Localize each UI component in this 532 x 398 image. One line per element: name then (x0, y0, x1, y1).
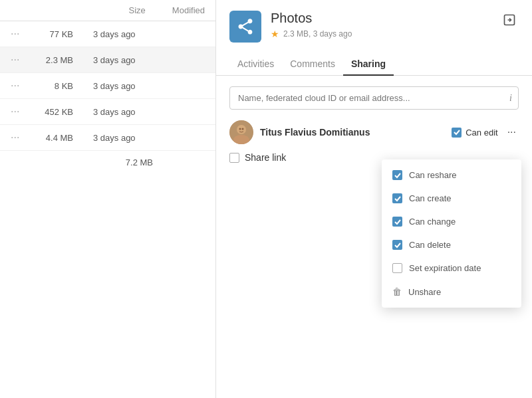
shared-user-row: Titus Flavius Domitianus Can edit ··· (229, 120, 519, 144)
can-delete-label: Can delete (409, 240, 451, 250)
share-input-wrapper: i (229, 86, 519, 110)
file-list-panel: Size Modified ··· 77 KB 3 days ago ··· 2… (0, 0, 216, 398)
can-change-label: Can change (409, 217, 456, 227)
star-icon: ★ (271, 29, 279, 39)
can-delete-item[interactable]: Can delete (382, 233, 521, 256)
tab-sharing[interactable]: Sharing (343, 53, 394, 76)
folder-header: Photos ★ 2.3 MB, 3 days ago (216, 0, 532, 48)
can-reshare-item[interactable]: Can reshare (382, 163, 521, 187)
file-row[interactable]: ··· 77 KB 3 days ago (0, 21, 215, 47)
file-row[interactable]: ··· 8 KB 3 days ago (0, 73, 215, 99)
checkmark-icon (394, 242, 401, 249)
tabs-bar: Activities Comments Sharing (216, 53, 532, 76)
file-row[interactable]: ··· 2.3 MB 3 days ago (0, 47, 215, 73)
file-size: 452 KB (27, 107, 73, 117)
share-link-checkbox[interactable] (229, 153, 239, 163)
can-create-label: Can create (409, 193, 452, 203)
user-more-button[interactable]: ··· (505, 124, 519, 141)
checkmark-icon (394, 219, 401, 225)
total-row: 7.2 MB (0, 151, 215, 174)
set-expiration-checkbox[interactable] (392, 263, 402, 273)
more-icon[interactable]: ··· (11, 54, 27, 66)
folder-info: Photos ★ 2.3 MB, 3 days ago (271, 11, 491, 39)
trash-icon: 🗑 (392, 286, 402, 297)
share-icon (236, 17, 255, 36)
folder-icon (229, 11, 261, 43)
info-icon: i (509, 93, 512, 104)
file-modified: 3 days ago (93, 107, 136, 117)
svg-point-5 (242, 128, 244, 130)
file-modified: 3 days ago (93, 81, 136, 91)
checkmark-icon (394, 172, 401, 179)
checkmark-icon (454, 129, 460, 136)
svg-point-2 (237, 125, 246, 134)
file-row[interactable]: ··· 452 KB 3 days ago (0, 99, 215, 125)
file-row[interactable]: ··· 4.4 MB 3 days ago (0, 125, 215, 151)
checkmark-icon (394, 195, 401, 202)
folder-title: Photos (271, 11, 491, 26)
unshare-label: Unshare (408, 287, 441, 297)
checkbox-checked-icon (452, 128, 462, 138)
tab-activities[interactable]: Activities (229, 53, 282, 76)
can-change-item[interactable]: Can change (382, 210, 521, 233)
size-column-header: Size (129, 5, 146, 15)
set-expiration-label: Set expiration date (409, 263, 481, 273)
file-modified: 3 days ago (93, 55, 136, 65)
more-icon[interactable]: ··· (11, 28, 27, 40)
avatar (229, 120, 253, 144)
file-size: 4.4 MB (27, 133, 73, 143)
can-edit-label: Can edit (466, 128, 497, 138)
permissions-dropdown: Can reshare Can create Can change (382, 159, 521, 308)
total-size: 7.2 MB (126, 157, 153, 167)
modified-column-header: Modified (172, 5, 205, 15)
folder-meta-text: 2.3 MB, 3 days ago (283, 29, 352, 39)
shared-user-name: Titus Flavius Domitianus (260, 127, 445, 138)
file-size: 8 KB (27, 81, 73, 91)
detail-panel: Photos ★ 2.3 MB, 3 days ago Activities C… (216, 0, 532, 398)
import-icon (503, 13, 516, 27)
more-icon[interactable]: ··· (11, 132, 27, 144)
more-icon[interactable]: ··· (11, 106, 27, 118)
tab-comments[interactable]: Comments (282, 53, 343, 76)
can-change-checkbox[interactable] (392, 217, 402, 227)
can-reshare-checkbox[interactable] (392, 170, 402, 180)
can-reshare-label: Can reshare (409, 170, 457, 180)
can-create-item[interactable]: Can create (382, 187, 521, 210)
file-list-header: Size Modified (0, 0, 215, 21)
share-search-input[interactable] (229, 86, 519, 110)
file-modified: 3 days ago (93, 133, 136, 143)
file-size: 2.3 MB (27, 55, 73, 65)
can-edit-checkbox[interactable]: Can edit (452, 128, 497, 138)
can-delete-checkbox[interactable] (392, 240, 402, 250)
folder-meta: ★ 2.3 MB, 3 days ago (271, 29, 491, 39)
can-create-checkbox[interactable] (392, 193, 402, 203)
set-expiration-item[interactable]: Set expiration date (382, 256, 521, 280)
unshare-item[interactable]: 🗑 Unshare (382, 280, 521, 304)
share-link-label: Share link (245, 152, 286, 163)
file-modified: 3 days ago (93, 29, 136, 39)
more-icon[interactable]: ··· (11, 80, 27, 92)
sharing-content: i Titus Flavius Domitianus (216, 76, 532, 173)
svg-point-4 (239, 128, 241, 130)
avatar-image (229, 120, 253, 144)
file-size: 77 KB (27, 29, 73, 39)
folder-import-button[interactable] (500, 11, 519, 33)
